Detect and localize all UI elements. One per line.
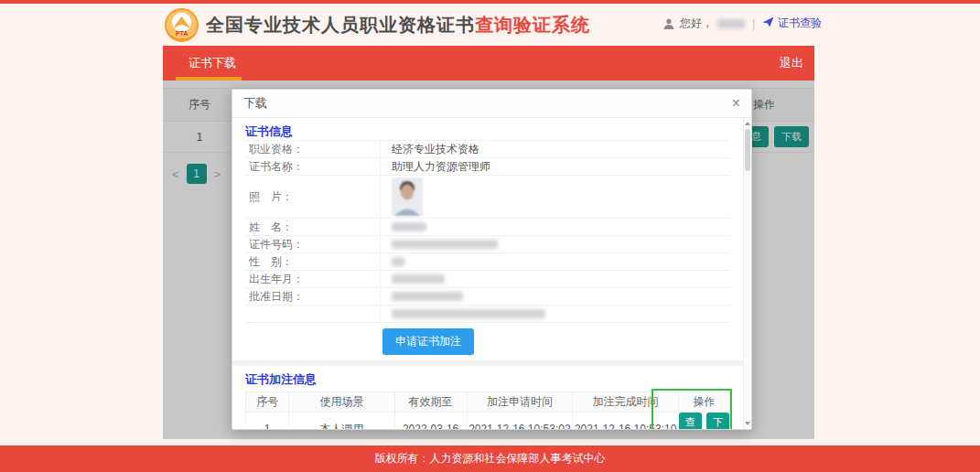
annotation-col-header: 使用场景 [289,392,394,413]
section-title-cert-info: 证书信息 [245,123,730,140]
logout-button[interactable]: 退出 [780,55,803,71]
cert-field-row: 出生年月： [245,271,730,288]
copyright-text: 版权所有：人力资源和社会保障部人事考试中心 [375,452,606,465]
cert-field-row: 姓 名： [245,219,730,236]
divider: | [752,17,755,30]
cert-field-row: 证书名称：助理人力资源管理师 [245,158,730,176]
annotation-header-row: 序号使用场景有效期至加注申请时间加注完成时间操作 [246,392,730,413]
field-value [381,257,730,266]
annotation-col-header: 加注申请时间 [467,392,573,413]
cert-field-row: 照 片： [245,176,730,219]
site-title: 全国专业技术人员职业资格证书查询验证系统 [206,13,590,38]
annotation-cell: 1 [246,413,289,430]
field-label: 出生年月： [245,271,381,287]
photo [392,177,423,216]
modal-titlebar: 下载 × [232,90,751,118]
annotation-table: 序号使用场景有效期至加注申请时间加注完成时间操作 1本人调用2022-03-16… [245,392,730,429]
field-value [381,222,730,231]
annotation-cell: 2021-12-16 10:53:10 [573,413,679,430]
redacted-value [392,309,545,318]
cert-field-row [245,306,730,323]
cert-fields: 职业资格：经济专业技术资格证书名称：助理人力资源管理师照 片：姓 名：证件号码：… [245,140,730,323]
download-modal: 下载 × 证书信息 职业资格：经济专业技术资格证书名称：助理人力资源管理师照 片… [232,89,752,430]
annotation-col-header: 序号 [246,392,289,413]
redacted-value [392,292,463,301]
annotation-cell: 本人调用 [289,413,394,430]
cert-field-row: 证件号码： [245,236,730,253]
field-value [381,309,730,318]
nav-bar: 证书下载 退出 [163,46,814,80]
annotation-cell: 2022-03-16 [394,413,467,430]
user-area: 您好， | 证书查验 [662,16,822,31]
cert-field-row: 职业资格：经济专业技术资格 [245,141,730,158]
page-header: PTA 全国专业技术人员职业资格证书查询验证系统 您好， | 证书查验 [0,4,980,46]
redacted-value [392,222,426,231]
cert-verify-link[interactable]: 证书查验 [762,16,822,31]
cert-verify-label: 证书查验 [778,16,822,31]
field-label: 照 片： [245,176,381,218]
site-title-main: 全国专业技术人员职业资格证书 [206,15,475,35]
close-icon[interactable]: × [732,96,740,111]
section-separator [232,360,743,366]
field-value: 助理人力资源管理师 [381,159,730,175]
download-annotation-button[interactable]: 下载 [706,413,729,429]
field-label: 性 别： [245,253,381,270]
field-label: 姓 名： [245,219,381,235]
annotation-col-header: 有效期至 [394,392,467,413]
annotation-col-header: 操作 [678,392,729,413]
user-icon [662,17,675,30]
tab-cert-download[interactable]: 证书下载 [163,55,236,71]
field-value: 经济专业技术资格 [381,142,730,157]
modal-title: 下载 [243,95,267,112]
redacted-value [392,274,445,284]
field-value [381,240,730,249]
field-value [381,292,730,301]
field-label: 职业资格： [245,141,381,157]
annotation-actions-cell: 查看下载 [678,413,729,430]
redacted-value [392,257,404,266]
section-title-annotation: 证书加注信息 [245,371,730,388]
field-label: 证件号码： [245,236,381,252]
scroll-thumb[interactable] [745,129,750,171]
redacted-value [392,240,498,249]
field-label: 证书名称： [245,158,381,175]
cert-field-row: 批准日期： [245,288,730,306]
apply-annotation-button[interactable]: 申请证书加注 [382,328,474,355]
pta-logo-icon: PTA [165,8,199,42]
modal-scrollbar[interactable] [743,118,751,429]
cert-field-row: 性 别： [245,253,730,271]
annotation-data-row: 1本人调用2022-03-162021-12-16 10:53:022021-1… [246,413,730,430]
view-annotation-button[interactable]: 查看 [679,413,702,429]
annotation-col-header: 加注完成时间 [573,392,679,413]
field-label [245,306,381,322]
greeting-text: 您好， [680,16,713,31]
field-value [381,176,730,218]
page-footer: 版权所有：人力资源和社会保障部人事考试中心 [0,445,980,472]
scroll-up-icon[interactable] [745,122,750,125]
scroll-down-icon[interactable] [745,422,750,425]
annotation-cell: 2021-12-16 10:53:02 [467,413,573,430]
arrow-icon [762,16,774,30]
brand: PTA 全国专业技术人员职业资格证书查询验证系统 [165,8,590,42]
username-redacted [717,19,745,28]
field-label: 批准日期： [245,288,381,305]
field-value [381,274,730,284]
modal-body: 证书信息 职业资格：经济专业技术资格证书名称：助理人力资源管理师照 片：姓 名：… [232,118,743,429]
site-title-accent: 查询验证系统 [475,15,590,35]
